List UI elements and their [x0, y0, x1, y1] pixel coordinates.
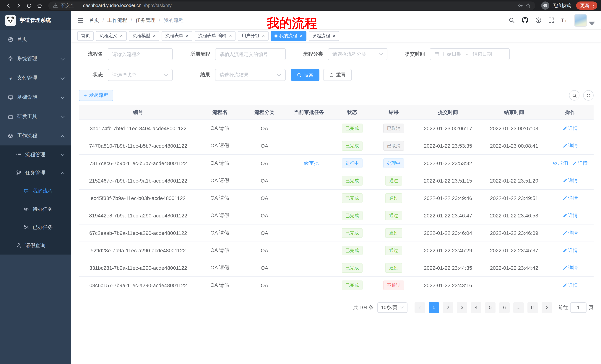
- sidebar-menu: 首页系统管理¥支付管理基础设施研发工具工作流程流程管理任务管理我的流程待办任务已…: [0, 30, 71, 364]
- close-icon[interactable]: ×: [262, 33, 265, 38]
- detail-link[interactable]: 详情: [562, 142, 578, 149]
- page-button-5[interactable]: 5: [485, 302, 496, 313]
- reload-icon[interactable]: [25, 1, 33, 10]
- chevron-down-icon: [60, 56, 65, 61]
- navbar-actions: TT: [509, 14, 595, 27]
- close-icon[interactable]: ×: [229, 33, 232, 38]
- search-button[interactable]: 搜索: [291, 69, 320, 81]
- reset-button[interactable]: 重置: [323, 69, 352, 81]
- owner-process-input[interactable]: [220, 51, 281, 57]
- cell-end-time: 2022-01-23 00:07:03: [481, 119, 547, 137]
- page-button-11[interactable]: 11: [527, 302, 538, 313]
- page-button-2[interactable]: 2: [443, 302, 453, 313]
- chevron-down-icon: [379, 53, 383, 56]
- fullscreen-icon[interactable]: [548, 17, 555, 23]
- cell-result: 通过: [373, 207, 415, 224]
- category-select[interactable]: 请选择流程分类: [328, 48, 387, 60]
- sidebar-item-task-manage[interactable]: 任务管理: [0, 164, 71, 182]
- tab-start-process[interactable]: 发起流程×: [309, 31, 339, 41]
- main-panel: 流程名 所属流程 流程分类 请选择流程分类 提交时间: [71, 42, 601, 364]
- page-button-4[interactable]: 4: [471, 302, 481, 313]
- page-button-6[interactable]: 6: [499, 302, 510, 313]
- tab-user-group[interactable]: 用户分组×: [238, 31, 269, 41]
- tab-process-model[interactable]: 流程模型×: [129, 31, 159, 41]
- detail-link[interactable]: 详情: [562, 195, 578, 201]
- user-menu[interactable]: [574, 14, 595, 27]
- current-task-link[interactable]: 一级审批: [299, 160, 319, 166]
- more-pages-button[interactable]: ...: [513, 302, 524, 313]
- close-icon[interactable]: ×: [333, 33, 335, 38]
- detail-link[interactable]: 详情: [562, 282, 578, 288]
- sidebar-item-leave-query[interactable]: 请假查询: [0, 236, 71, 255]
- goto-page-input[interactable]: [571, 305, 586, 310]
- sidebar-item-system-manage[interactable]: 系统管理: [0, 49, 71, 68]
- create-process-button[interactable]: + 发起流程: [79, 90, 113, 101]
- sidebar: 芋道管理系统 首页系统管理¥支付管理基础设施研发工具工作流程流程管理任务管理我的…: [0, 11, 71, 364]
- help-icon[interactable]: [535, 17, 541, 23]
- cell-current-task: [287, 119, 331, 137]
- breadcrumb-item[interactable]: 首页: [89, 17, 99, 24]
- app-logo[interactable]: 芋道管理系统: [0, 11, 71, 30]
- sidebar-item-infrastructure[interactable]: 基础设施: [0, 87, 71, 107]
- close-icon[interactable]: ×: [120, 33, 123, 38]
- cell-category: OA: [242, 224, 287, 241]
- cell-process-name: OA 请假: [198, 241, 242, 259]
- prev-page-button[interactable]: [415, 302, 425, 313]
- github-icon[interactable]: [521, 17, 529, 24]
- detail-link[interactable]: 详情: [562, 212, 578, 219]
- back-icon[interactable]: [4, 1, 13, 10]
- browser-home-icon[interactable]: [35, 1, 44, 10]
- detail-link[interactable]: 详情: [562, 177, 578, 184]
- detail-link[interactable]: 详情: [562, 247, 578, 254]
- table-row: 52ffd28e-7b9a-11ec-a290-acde48001122OA 请…: [79, 241, 594, 259]
- sidebar-item-devtools[interactable]: 研发工具: [0, 107, 71, 126]
- page-size-select[interactable]: 10条/页: [377, 302, 408, 313]
- font-size-icon[interactable]: TT: [561, 17, 568, 23]
- tab-my-process[interactable]: 我的流程×: [271, 31, 306, 41]
- status-select[interactable]: 请选择状态: [108, 69, 173, 81]
- collapse-sidebar-icon[interactable]: [77, 17, 84, 24]
- detail-link[interactable]: 详情: [562, 230, 578, 236]
- detail-link[interactable]: 详情: [572, 160, 588, 166]
- star-icon[interactable]: [526, 3, 531, 8]
- sidebar-item-payment-manage[interactable]: ¥支付管理: [0, 68, 71, 87]
- search-icon[interactable]: [509, 17, 515, 23]
- next-page-button[interactable]: [541, 302, 552, 313]
- calendar-icon: [434, 52, 440, 57]
- process-name-input[interactable]: [112, 51, 168, 57]
- breadcrumb-item[interactable]: 工作流程: [107, 17, 127, 24]
- sidebar-item-home[interactable]: 首页: [0, 30, 71, 49]
- detail-link[interactable]: 详情: [562, 125, 578, 132]
- toggle-search-button[interactable]: [569, 90, 580, 101]
- forward-icon[interactable]: [14, 1, 23, 10]
- cancel-link[interactable]: 取消: [553, 160, 568, 166]
- cell-current-task: [287, 224, 331, 241]
- sidebar-item-workflow[interactable]: 工作流程: [0, 126, 71, 145]
- sidebar-item-label: 流程管理: [25, 151, 45, 158]
- svg-text:¥: ¥: [9, 76, 12, 80]
- close-icon[interactable]: ×: [186, 33, 189, 38]
- key-icon[interactable]: [518, 3, 523, 8]
- sidebar-item-done-tasks[interactable]: 已办任务: [0, 218, 71, 236]
- sidebar-item-todo-tasks[interactable]: 待办任务: [0, 200, 71, 218]
- update-button[interactable]: 更新: [576, 1, 597, 10]
- submit-time-range[interactable]: 开始日期 - 结束日期: [430, 48, 510, 60]
- svg-text:T: T: [561, 18, 564, 23]
- refresh-table-button[interactable]: [583, 90, 594, 101]
- page-button-3[interactable]: 3: [457, 302, 467, 313]
- tab-process-form[interactable]: 流程表单×: [161, 31, 192, 41]
- kebab-menu-icon[interactable]: [591, 3, 595, 8]
- sidebar-item-process-manage[interactable]: 流程管理: [0, 145, 71, 164]
- tab-process-form-edit[interactable]: 流程表单-编辑×: [195, 31, 236, 41]
- page-button-1[interactable]: 1: [429, 302, 439, 313]
- breadcrumb-item[interactable]: 任务管理: [135, 17, 155, 24]
- tab-process-definition[interactable]: 流程定义×: [96, 31, 127, 41]
- detail-link[interactable]: 详情: [562, 264, 578, 271]
- address-bar[interactable]: 不安全 dashboard.yudao.iocoder.cn/bpm/task/…: [48, 1, 535, 10]
- close-icon[interactable]: ×: [153, 33, 156, 38]
- tab-home[interactable]: 首页: [77, 31, 94, 41]
- browser-toolbar: 不安全 dashboard.yudao.iocoder.cn/bpm/task/…: [0, 0, 601, 11]
- close-icon[interactable]: ×: [300, 33, 302, 38]
- result-select[interactable]: 请选择流结果: [215, 69, 286, 81]
- sidebar-item-my-process[interactable]: 我的流程: [0, 182, 71, 200]
